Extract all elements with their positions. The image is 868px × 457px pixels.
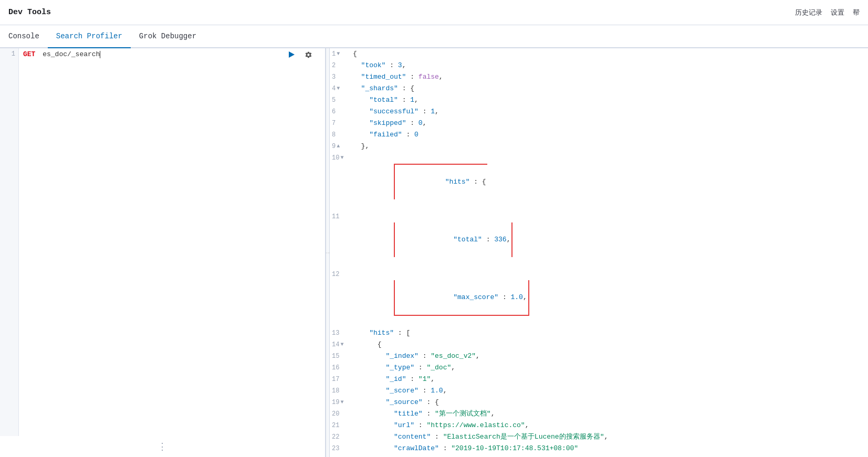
tab-console[interactable]: Console	[0, 25, 48, 48]
json-line-24: 24▲ }	[330, 454, 868, 457]
json-line-16: 16 "_type" : "_doc",	[330, 362, 868, 374]
json-line-10: 10▼ "hits" : {	[330, 152, 868, 211]
json-line-20: 20 "title" : "第一个测试文档",	[330, 408, 868, 420]
run-button[interactable]	[285, 48, 298, 61]
settings-button[interactable]	[302, 48, 315, 61]
json-line-22: 22 "content" : "ElasticSearch是一个基于Lucene…	[330, 431, 868, 443]
editor-toolbar	[279, 48, 321, 61]
json-line-18: 18 "_score" : 1.0,	[330, 385, 868, 397]
json-line-6: 6 "successful" : 1,	[330, 106, 868, 118]
right-panel: 1▼ { 2 "took" : 3, 3 "timed_out" : false…	[330, 48, 868, 457]
json-line-21: 21 "url" : "https://www.elastic.co",	[330, 420, 868, 431]
line-number-1: 1	[12, 48, 15, 60]
svg-marker-0	[289, 51, 295, 58]
editor-line-1: GET es_doc/_search	[23, 48, 321, 61]
tab-search-profiler[interactable]: Search Profiler	[48, 25, 131, 48]
request-path: es_doc/_search	[38, 49, 100, 60]
json-line-15: 15 "_index" : "es_doc_v2",	[330, 350, 868, 362]
json-line-2: 2 "took" : 3,	[330, 60, 868, 71]
top-bar: Dev Tools 历史记录 设置 帮	[0, 0, 868, 25]
json-line-3: 3 "timed_out" : false,	[330, 71, 868, 83]
settings-action[interactable]: 设置	[831, 8, 844, 17]
line-numbers: 1	[0, 48, 19, 436]
http-method: GET	[23, 49, 35, 60]
cursor	[100, 51, 100, 58]
json-line-14: 14▼ {	[330, 339, 868, 350]
json-line-4: 4▼ "_shards" : {	[330, 83, 868, 94]
left-panel: 1 GET es_doc/_search	[0, 48, 326, 457]
json-line-9: 9▲ },	[330, 141, 868, 152]
json-output[interactable]: 1▼ { 2 "took" : 3, 3 "timed_out" : false…	[330, 48, 868, 457]
json-line-19: 19▼ "_source" : {	[330, 397, 868, 408]
editor-area: 1 GET es_doc/_search	[0, 48, 325, 436]
tab-grok-debugger[interactable]: Grok Debugger	[131, 25, 205, 48]
help-action[interactable]: 帮	[853, 8, 860, 17]
panel-dots: ⋮	[0, 436, 325, 457]
main-content: 1 GET es_doc/_search	[0, 48, 868, 457]
json-line-5: 5 "total" : 1,	[330, 94, 868, 106]
json-line-8: 8 "failed" : 0	[330, 129, 868, 141]
json-line-7: 7 "skipped" : 0,	[330, 118, 868, 129]
json-line-13: 13 "hits" : [	[330, 327, 868, 339]
json-line-17: 17 "_id" : "1",	[330, 374, 868, 385]
json-line-1: 1▼ {	[330, 48, 868, 60]
top-bar-actions: 历史记录 设置 帮	[795, 8, 860, 17]
panel-divider[interactable]: ⋮	[326, 48, 330, 457]
editor-content[interactable]: GET es_doc/_search	[19, 48, 325, 436]
app-title: Dev Tools	[8, 8, 51, 17]
history-action[interactable]: 历史记录	[795, 8, 822, 17]
json-line-12: 12 "max_score" : 1.0,	[330, 269, 868, 327]
json-line-23: 23 "crawlDate" : "2019-10-19T10:17:48.53…	[330, 443, 868, 454]
json-line-11: 11 "total" : 336,	[330, 211, 868, 269]
tab-bar: Console Search Profiler Grok Debugger	[0, 25, 868, 48]
